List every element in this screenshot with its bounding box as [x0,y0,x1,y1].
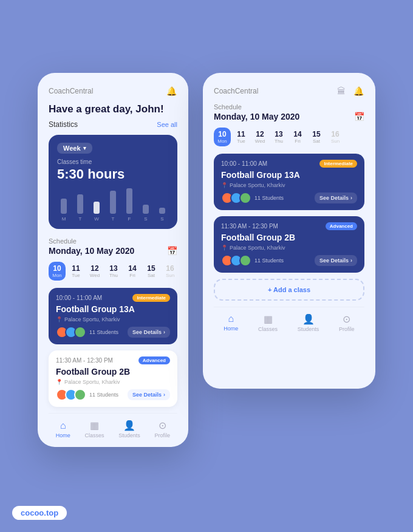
class-time-2-right: 11:30 AM - 12:30 PM [221,223,278,230]
stats-card: Week ▾ Classes time 5:30 hours M T W T F [49,135,177,229]
day-label-w: W [90,216,103,222]
avatar-r6 [239,254,251,267]
see-details-btn-1-right[interactable]: See Details › [315,193,357,203]
pin-icon-2-left: 📍 [56,379,63,385]
day-label-t1: T [73,216,87,222]
bottom-nav-left: ⌂ Home ▦ Classes 👤 Students ⊙ Profile [49,413,177,447]
avatars-1-right [221,192,248,204]
day-name-thu-right: Thu [275,138,283,144]
home-icon-right: ⌂ [228,313,234,324]
header-icons-right: 🏛 🔔 [335,85,364,97]
see-details-btn-2-left[interactable]: See Details › [128,389,170,400]
nav-classes-right[interactable]: ▦ Classes [258,313,278,332]
day-name-fri: Fri [129,273,135,278]
pin-icon-2-right: 📍 [221,245,228,251]
day-label-s1: S [139,216,152,222]
day-11-right[interactable]: 11 Tue [233,128,250,146]
students-label-left: Students [118,432,140,438]
see-all-link[interactable]: See all [157,121,177,128]
nav-classes-left[interactable]: ▦ Classes [85,420,104,438]
watermark-logo: cocoo.top [12,506,67,520]
see-details-btn-2-right[interactable]: See Details › [315,255,357,266]
day-num-16-right: 16 [331,130,339,138]
footer-left-1: 11 Students [56,326,118,338]
day-name-wed-right: Wed [255,138,265,144]
day-14[interactable]: 14 Fri [124,262,141,281]
nav-students-right[interactable]: 👤 Students [298,313,319,332]
day-13-right[interactable]: 13 Thu [270,128,287,146]
class-time-1-right: 10:00 - 11:00 AM [221,160,267,167]
schedule-date-left: Monday, 10 May 2020 [49,246,134,256]
day-10[interactable]: 10 Mon [49,262,66,281]
class-location-1-right: 📍 Palace Sportu, Kharkiv [221,182,357,188]
header-icons-left: 🔔 [165,85,177,97]
day-num-10: 10 [53,264,61,273]
day-16-right[interactable]: 16 Sun [327,128,344,146]
nav-profile-right[interactable]: ⊙ Profile [339,313,355,332]
schedule-date-right: Monday, 10 May 2020 [214,112,299,121]
greeting: Have a great day, John! [49,103,177,115]
day-10-right[interactable]: 10 Mon [214,128,231,146]
avatar-r3 [239,192,251,204]
building-icon-right[interactable]: 🏛 [335,85,347,97]
chart-bars [57,188,169,214]
day-name-mon: Mon [52,273,62,278]
day-name-tue-right: Tue [237,138,245,144]
class-card-2-right: 11:30 AM - 12:30 PM Advanced Football Gr… [214,216,364,273]
class-time-1-left: 10:00 - 11:00 AM [56,295,102,301]
day-num-12: 12 [90,264,98,273]
students-label-right: Students [298,326,319,332]
badge-advanced-right: Advanced [326,222,357,230]
class-name-1-right: Football Group 13A [221,170,357,180]
day-16[interactable]: 16 Sun [162,262,177,281]
day-num-13-right: 13 [275,130,282,138]
day-13[interactable]: 13 Thu [105,262,122,281]
footer-left-1-right: 11 Students [221,192,284,204]
see-details-btn-1-left[interactable]: See Details › [128,327,170,338]
bell-icon-right[interactable]: 🔔 [352,85,364,97]
students-count-2-right: 11 Students [254,257,284,264]
class-time-row-2-right: 11:30 AM - 12:30 PM Advanced [221,222,357,230]
bell-icon-left[interactable]: 🔔 [165,85,177,97]
calendar-icon-left[interactable]: 📅 [167,246,177,256]
add-class-button[interactable]: + Add a class [214,279,364,301]
class-card-2-left: 11:30 AM - 12:30 PM Advanced Football Gr… [49,350,177,407]
home-label-left: Home [56,432,70,438]
chevron-right-2-left: › [163,392,165,398]
footer-left-2: 11 Students [56,389,118,401]
day-num-11: 11 [72,264,80,273]
location-text-1-right: Palace Sportu, Kharkiv [230,182,285,188]
schedule-date-row-left: Monday, 10 May 2020 📅 [49,246,177,256]
nav-home-left[interactable]: ⌂ Home [56,420,70,438]
day-label-t2: T [106,216,120,222]
students-count-1-left: 11 Students [89,329,118,335]
stats-row: Statistics See all [49,120,177,129]
day-label-f: F [123,216,136,222]
class-time-row-2-left: 11:30 AM - 12:30 PM Advanced [56,356,170,364]
nav-home-right[interactable]: ⌂ Home [224,313,238,332]
class-time-2-left: 11:30 AM - 12:30 PM [56,357,113,364]
nav-profile-left[interactable]: ⊙ Profile [155,420,171,438]
location-text-2-left: Palace Sportu, Kharkiv [64,379,120,385]
day-num-11-right: 11 [237,130,245,138]
day-15-right[interactable]: 15 Sat [308,128,325,146]
class-location-2-left: 📍 Palace Sportu, Kharkiv [56,379,170,385]
classes-label-right: Classes [258,326,278,332]
day-15[interactable]: 15 Sat [143,262,160,281]
app-title-left: CoachCentral [49,87,93,95]
classes-icon-left: ▦ [90,420,99,431]
day-label-s2: S [155,216,169,222]
class-location-1-left: 📍 Palace Sportu, Kharkiv [56,316,170,322]
day-14-right[interactable]: 14 Fri [289,128,306,146]
calendar-icon-right[interactable]: 📅 [354,112,364,121]
day-label-m: M [57,216,70,222]
day-11[interactable]: 11 Tue [67,262,84,281]
class-footer-2-right: 11 Students See Details › [221,254,357,267]
week-badge[interactable]: Week ▾ [57,143,92,154]
day-12-right[interactable]: 12 Wed [251,128,268,146]
app-header-right: CoachCentral 🏛 🔔 [214,85,364,97]
day-12[interactable]: 12 Wed [86,262,103,281]
app-title-right: CoachCentral [214,87,258,95]
nav-students-left[interactable]: 👤 Students [118,420,140,438]
day-name-sat-right: Sat [313,138,320,144]
